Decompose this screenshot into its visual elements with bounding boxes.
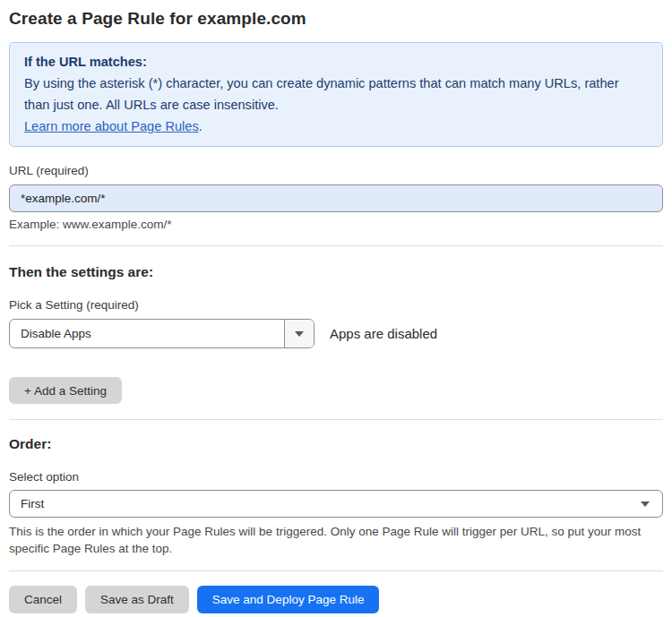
url-match-info-box: If the URL matches: By using the asteris…	[9, 42, 663, 147]
save-as-draft-button[interactable]: Save as Draft	[85, 586, 189, 613]
cancel-button[interactable]: Cancel	[9, 586, 77, 613]
setting-row: Disable Apps Apps are disabled	[9, 319, 663, 348]
setting-dropdown-value: Disable Apps	[10, 320, 284, 347]
url-field-label: URL (required)	[9, 165, 663, 177]
section-divider	[9, 419, 663, 420]
pick-setting-label: Pick a Setting (required)	[9, 299, 663, 312]
url-example-helper: Example: www.example.com/*	[9, 219, 663, 231]
caret-down-icon	[295, 331, 304, 337]
order-select[interactable]: First	[9, 490, 663, 518]
order-section-heading: Order:	[9, 436, 663, 451]
learn-more-page-rules-link[interactable]: Learn more about Page Rules	[24, 119, 199, 133]
order-select-value: First	[21, 497, 641, 510]
caret-down-icon	[641, 501, 650, 507]
select-option-label: Select option	[9, 471, 663, 484]
page-title: Create a Page Rule for example.com	[9, 9, 663, 29]
save-and-deploy-button[interactable]: Save and Deploy Page Rule	[197, 586, 380, 613]
add-setting-button[interactable]: + Add a Setting	[9, 377, 122, 404]
section-divider	[9, 570, 663, 571]
setting-dropdown[interactable]: Disable Apps	[9, 319, 314, 348]
url-input[interactable]	[9, 184, 663, 212]
create-page-rule-form: Create a Page Rule for example.com If th…	[0, 0, 672, 617]
info-box-body: By using the asterisk (*) character, you…	[24, 73, 646, 116]
section-divider	[9, 245, 663, 246]
setting-status-text: Apps are disabled	[330, 326, 437, 341]
setting-dropdown-arrow-button[interactable]	[284, 320, 314, 347]
link-period-text: .	[199, 119, 202, 133]
info-box-heading: If the URL matches:	[24, 51, 648, 73]
settings-section-heading: Then the settings are:	[9, 264, 663, 279]
info-box-link-line: Learn more about Page Rules.	[24, 116, 648, 137]
order-helper-text: This is the order in which your Page Rul…	[9, 523, 663, 557]
form-actions: Cancel Save as Draft Save and Deploy Pag…	[9, 586, 663, 613]
